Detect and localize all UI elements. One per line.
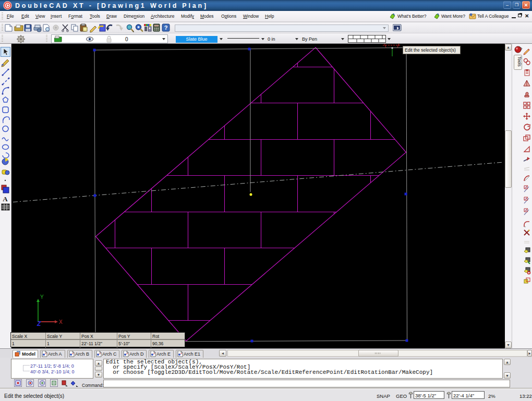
- svg-text:0: 0: [125, 37, 128, 42]
- svg-text:Edit the selected object(s): Edit the selected object(s): [405, 47, 456, 53]
- svg-text:A: A: [3, 195, 8, 203]
- svg-text:?: ?: [164, 25, 168, 31]
- svg-text:Z: Z: [37, 320, 41, 327]
- svg-text:X: X: [59, 319, 63, 325]
- svg-text:Y: Y: [40, 294, 44, 300]
- svg-text:Tools: Tools: [517, 56, 522, 67]
